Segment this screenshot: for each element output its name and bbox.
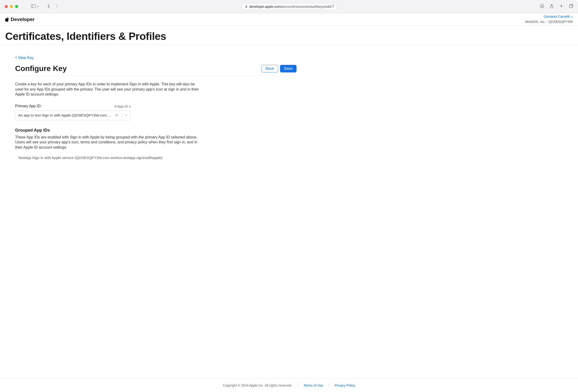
window-controls — [5, 5, 18, 8]
account-name-dropdown[interactable]: Giovanni Carvelli — [543, 14, 573, 19]
nav-forward-button — [55, 4, 58, 9]
chevron-left-icon — [15, 56, 17, 60]
chevron-down-icon[interactable] — [124, 113, 129, 118]
configure-key-description: Create a key for each of your primary Ap… — [15, 82, 199, 97]
grouped-app-ids-heading: Grouped App IDs — [15, 128, 296, 133]
address-url: developer.apple.com/account/resources/au… — [249, 5, 331, 8]
share-icon[interactable] — [549, 4, 554, 9]
nav-back-button[interactable] — [47, 4, 50, 9]
primary-app-id-value: An app to test Sign in with Apple (QDSES… — [18, 113, 113, 118]
svg-rect-0 — [31, 4, 35, 7]
svg-rect-9 — [570, 5, 572, 7]
close-window-button[interactable] — [5, 5, 8, 8]
view-key-back-link[interactable]: View Key — [15, 56, 34, 60]
svg-rect-2 — [245, 6, 247, 7]
sidebar-toggle-icon[interactable] — [31, 4, 36, 9]
developer-brand-label: Developer — [11, 16, 35, 22]
configure-key-heading: Configure Key — [15, 64, 67, 73]
developer-nav: Developer Giovanni Carvelli WorkOS, Inc.… — [0, 13, 578, 26]
app-id-count: 4 App ID s — [114, 104, 131, 108]
select-divider — [122, 113, 122, 118]
grouped-app-id-item: TestApp Sign in with Apple service (QDSE… — [15, 156, 296, 160]
page-title: Certificates, Identifiers & Profiles — [0, 26, 578, 45]
grouped-app-ids-description: These App IDs are enabled with Sign in w… — [15, 135, 199, 150]
primary-app-id-label: Primary App ID: — [15, 104, 42, 108]
reload-icon[interactable] — [331, 4, 335, 9]
primary-app-id-select[interactable]: An app to test Sign in with Apple (QDSES… — [15, 111, 131, 120]
tabs-overview-icon[interactable] — [569, 4, 573, 9]
minimize-window-button[interactable] — [10, 5, 13, 8]
apple-developer-logo[interactable]: Developer — [5, 16, 35, 22]
downloads-icon[interactable] — [540, 4, 544, 9]
new-tab-icon[interactable] — [559, 4, 564, 9]
sidebar-menu-chevron-icon[interactable] — [37, 4, 39, 9]
clear-selection-icon[interactable] — [113, 113, 120, 118]
back-button[interactable]: Back — [262, 65, 278, 72]
browser-toolbar: developer.apple.com/account/resources/au… — [0, 0, 578, 13]
lock-icon — [245, 4, 248, 9]
save-button[interactable]: Save — [280, 65, 296, 72]
address-bar[interactable]: developer.apple.com/account/resources/au… — [242, 3, 336, 10]
zoom-window-button[interactable] — [15, 5, 18, 8]
account-team-label: WorkOS, Inc. - QDSESQPY3W — [525, 19, 573, 25]
